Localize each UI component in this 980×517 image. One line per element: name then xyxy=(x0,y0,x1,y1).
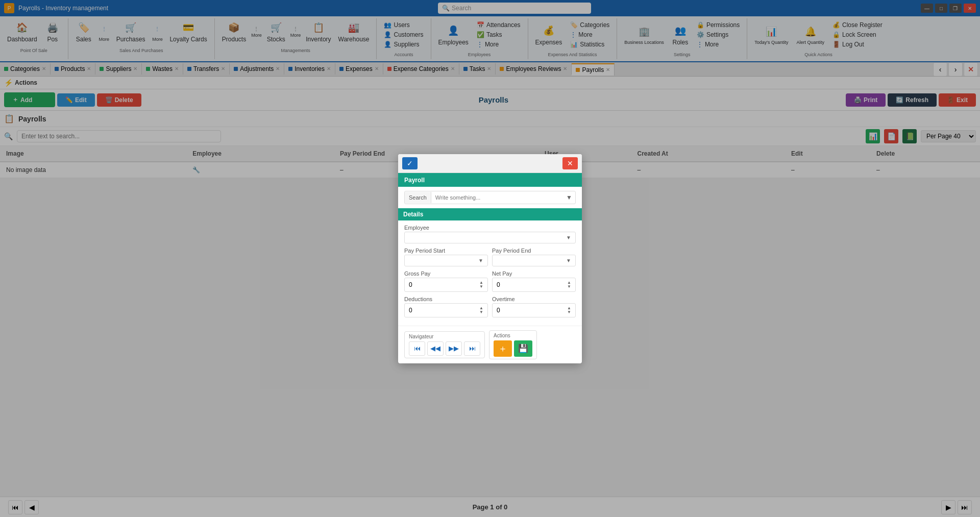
navigator-group: Navigateur ⏮ ◀◀ ▶▶ ⏭ xyxy=(404,331,485,358)
net-pay-label: Net Pay xyxy=(492,270,576,277)
modal-topbar: ✓ ✕ xyxy=(398,154,582,173)
deductions-input[interactable]: 0 ▲ ▼ xyxy=(404,303,488,317)
pay-period-end-group: Pay Period End ▼ xyxy=(492,248,576,266)
pay-period-start-select[interactable]: ▼ xyxy=(404,255,488,266)
overtime-value: 0 xyxy=(497,307,500,314)
pay-period-start-group: Pay Period Start ▼ xyxy=(404,248,488,266)
deductions-label: Deductions xyxy=(404,296,488,302)
modal-close-button[interactable]: ✕ xyxy=(562,157,578,169)
modal-search-input[interactable] xyxy=(431,192,563,203)
modal-add-button[interactable]: ＋ xyxy=(494,340,512,357)
pay-period-end-chevron: ▼ xyxy=(566,258,571,263)
employee-label: Employee xyxy=(404,225,576,231)
gross-pay-value: 0 xyxy=(409,281,412,288)
modal-search-label: Search xyxy=(405,192,431,203)
net-pay-spinner[interactable]: ▲ ▼ xyxy=(567,281,571,289)
pay-period-start-label: Pay Period Start xyxy=(404,248,488,254)
pay-row: Gross Pay 0 ▲ ▼ Net Pay 0 ▲ xyxy=(404,270,576,296)
gross-pay-spinner[interactable]: ▲ ▼ xyxy=(479,281,483,289)
overtime-spinner[interactable]: ▲ ▼ xyxy=(567,306,571,314)
deductions-group: Deductions 0 ▲ ▼ xyxy=(404,296,488,317)
modal-body: Search ▼ Details Employee ▼ Pay Period S… xyxy=(398,187,582,326)
pay-period-start-chevron: ▼ xyxy=(478,258,483,263)
pay-period-end-select[interactable]: ▼ xyxy=(492,255,576,266)
nav-prev-button[interactable]: ◀◀ xyxy=(427,341,444,356)
modal-title-text: Payroll xyxy=(404,177,425,184)
nav-next-button[interactable]: ▶▶ xyxy=(446,341,462,356)
gross-pay-group: Gross Pay 0 ▲ ▼ xyxy=(404,270,488,292)
net-pay-value: 0 xyxy=(497,281,500,288)
employee-select[interactable]: ▼ xyxy=(404,232,576,243)
net-pay-group: Net Pay 0 ▲ ▼ xyxy=(492,270,576,292)
modal-search-row: Search ▼ xyxy=(404,191,576,204)
modal-title-bar: Payroll xyxy=(398,173,582,187)
modal-actions-label: Actions xyxy=(494,333,532,338)
navigator-label: Navigateur xyxy=(409,334,480,339)
gross-pay-input[interactable]: 0 ▲ ▼ xyxy=(404,278,488,292)
pay-period-end-label: Pay Period End xyxy=(492,248,576,254)
payroll-modal: ✓ ✕ Payroll Search ▼ Details Employee ▼ xyxy=(398,154,582,363)
modal-check-button[interactable]: ✓ xyxy=(402,157,418,169)
gross-pay-label: Gross Pay xyxy=(404,270,488,277)
modal-save-button[interactable]: 💾 xyxy=(514,340,532,357)
net-pay-input[interactable]: 0 ▲ ▼ xyxy=(492,278,576,292)
overtime-group: Overtime 0 ▲ ▼ xyxy=(492,296,576,317)
nav-last-button[interactable]: ⏭ xyxy=(464,341,480,356)
overtime-label: Overtime xyxy=(492,296,576,302)
deductions-row: Deductions 0 ▲ ▼ Overtime 0 ▲ xyxy=(404,296,576,322)
modal-section-title: Details xyxy=(398,208,582,220)
employee-field-group: Employee ▼ xyxy=(404,225,576,243)
nav-first-button[interactable]: ⏮ xyxy=(409,341,425,356)
deductions-spinner[interactable]: ▲ ▼ xyxy=(479,306,483,314)
deductions-value: 0 xyxy=(409,307,412,314)
modal-overlay: ✓ ✕ Payroll Search ▼ Details Employee ▼ xyxy=(0,0,980,517)
employee-chevron-icon: ▼ xyxy=(566,235,571,240)
modal-actions-group: Actions ＋ 💾 xyxy=(489,330,537,359)
pay-period-row: Pay Period Start ▼ Pay Period End ▼ xyxy=(404,248,576,270)
modal-footer: Navigateur ⏮ ◀◀ ▶▶ ⏭ Actions ＋ 💾 xyxy=(398,326,582,363)
overtime-input[interactable]: 0 ▲ ▼ xyxy=(492,303,576,317)
modal-search-chevron[interactable]: ▼ xyxy=(563,191,575,204)
